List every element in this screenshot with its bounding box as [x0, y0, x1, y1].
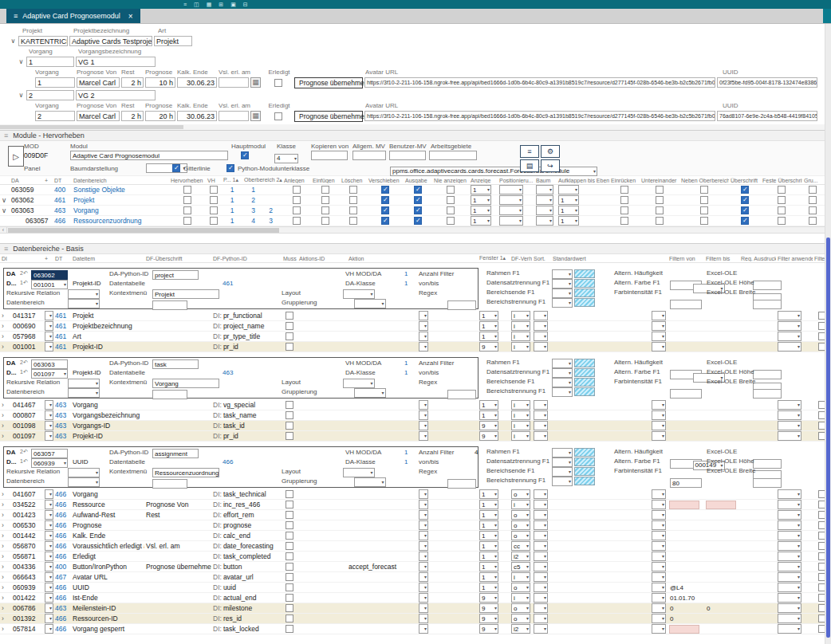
muss-checkbox[interactable] — [286, 563, 293, 571]
positionierung-dropdown[interactable] — [499, 195, 523, 205]
aufklappen-dropdown[interactable]: 1 — [558, 195, 579, 205]
df-python-id[interactable]: DI:task_name — [211, 410, 282, 420]
untereinander-checkbox[interactable] — [656, 217, 664, 225]
col-df-python-id[interactable]: DF-Python-ID — [211, 256, 282, 261]
aktion-dropdown[interactable] — [419, 332, 428, 341]
standardwert-dropdown[interactable] — [652, 500, 666, 509]
aktion-cell[interactable] — [347, 552, 430, 561]
untereinander-checkbox[interactable] — [656, 196, 664, 204]
loeschen-checkbox[interactable] — [349, 206, 357, 214]
prognose-field[interactable]: 20 h — [145, 111, 175, 121]
dateitem[interactable]: Projekt-ID — [71, 342, 144, 351]
df-verhalten-dropdown[interactable]: i — [511, 572, 530, 582]
di-dropdown[interactable] — [45, 342, 53, 351]
data-area-row[interactable]: ∨ 063063 463 Vorgang 1 32 1 1 — [0, 206, 831, 216]
data-item-row[interactable]: › 057814 466 Vorgang gesperrt DI:task_lo… — [0, 624, 831, 634]
df-verhalten-dropdown[interactable]: i — [511, 342, 530, 351]
calendar-icon[interactable]: ▦ — [250, 77, 261, 88]
filter-anwenden-dropdown[interactable] — [778, 421, 801, 430]
hervorheben-checkbox[interactable] — [183, 206, 191, 214]
filter-anwenden-dropdown[interactable] — [778, 510, 801, 520]
standardwert-dropdown[interactable] — [652, 410, 666, 420]
col-gruppe[interactable]: Gru... — [802, 178, 823, 183]
data-item-row[interactable]: › 057968 461 Art DI:pr_type_title 1 i — [0, 332, 831, 342]
einruecken-checkbox[interactable] — [620, 196, 628, 204]
ueberschrift-checkbox[interactable] — [741, 186, 749, 194]
filtern-bis-cell[interactable] — [704, 562, 739, 571]
aktion-cell[interactable] — [347, 603, 430, 613]
task-expander-icon[interactable]: ∨ — [16, 58, 26, 65]
aktions-id-cell[interactable] — [297, 552, 347, 561]
df-verhalten-dropdown[interactable]: c5 — [511, 562, 530, 571]
di-dropdown[interactable] — [45, 421, 53, 430]
data-item-row[interactable]: › 001392 466 Ressourcen-ID DI:res_id 9 o… — [0, 614, 831, 624]
python-modulunterklasse-field[interactable]: ppms.office.adaptivecards.cards.forecast… — [390, 167, 597, 176]
dateitem[interactable]: Voraussichtlich erledigt am — [71, 541, 144, 551]
dateitem[interactable]: Aufwand-Rest — [71, 510, 144, 520]
toolbar-icon[interactable]: ◫ — [194, 2, 199, 7]
filtern-bis-cell[interactable] — [704, 541, 739, 551]
df-ueberschrift[interactable] — [144, 593, 211, 603]
col-einfuegen[interactable]: Einfügen — [311, 178, 340, 183]
einruecken-checkbox[interactable] — [620, 206, 628, 214]
project-id-field[interactable]: KARTENTRICKS — [18, 36, 68, 46]
gruppierung-dropdown[interactable] — [354, 477, 386, 487]
df-verhalten-dropdown[interactable]: o — [511, 583, 530, 592]
col-aktion[interactable]: Aktion — [347, 256, 430, 261]
baum-dropdown[interactable] — [536, 185, 553, 194]
sortierung-dropdown[interactable] — [534, 531, 548, 540]
anlegen-checkbox[interactable] — [293, 196, 301, 204]
reg-ausdruck-cell[interactable] — [739, 311, 776, 320]
muss-checkbox[interactable] — [286, 532, 293, 540]
da-id-field[interactable]: 063062 — [31, 270, 68, 280]
muss-checkbox[interactable] — [286, 490, 293, 498]
df-python-id[interactable]: DI:effort_rem — [211, 510, 282, 520]
aktions-id-cell[interactable] — [297, 583, 347, 592]
row-expander-icon[interactable]: › — [0, 562, 11, 571]
anzeige-dropdown[interactable]: 1 — [471, 195, 491, 205]
rekursive-relation-dropdown[interactable] — [68, 468, 100, 477]
row-expander-icon[interactable]: › — [0, 603, 11, 613]
verschieben-checkbox[interactable] — [381, 217, 389, 225]
col-oberbereich[interactable]: Oberbereich 2▴ — [242, 177, 282, 183]
ueberschrift-checkbox[interactable] — [741, 196, 749, 204]
filtern-bis-cell[interactable] — [704, 531, 739, 540]
filtern-bis-cell[interactable] — [704, 500, 739, 509]
df-ueberschrift[interactable]: Vsl. erl. am — [144, 541, 211, 551]
standardwert-dropdown[interactable] — [652, 520, 666, 530]
project-art-field[interactable]: Projekt — [154, 36, 192, 46]
muss-checkbox[interactable] — [286, 604, 293, 612]
dateitem[interactable]: Ressource — [71, 500, 144, 509]
dateitem[interactable]: UUID — [71, 583, 144, 592]
vertical-scrollbar[interactable] — [825, 24, 831, 644]
standardwert-dropdown[interactable] — [652, 583, 666, 592]
datensatztrennung-pattern-cell[interactable] — [574, 457, 595, 466]
task-name-field[interactable]: VG 2 — [76, 90, 156, 100]
uuid-field[interactable]: 0f23f5be-fd95-004f-8178-132474e8386e — [717, 77, 817, 88]
baum-dropdown[interactable] — [536, 206, 553, 215]
filtern-von-cell[interactable] — [668, 431, 704, 441]
muss-checkbox[interactable] — [286, 312, 293, 320]
df-ueberschrift[interactable] — [144, 614, 211, 623]
scroll-left-arrow[interactable]: ‹ — [0, 227, 7, 233]
einfuegen-checkbox[interactable] — [321, 196, 329, 204]
aktions-id-cell[interactable] — [297, 614, 347, 623]
row-expander-icon[interactable]: › — [0, 342, 11, 351]
data-item-row[interactable]: › 034522 466 Ressource Prognose Von DI:i… — [0, 500, 831, 510]
fenster-dropdown[interactable]: 1 — [479, 583, 498, 592]
kopieren-von-field[interactable] — [311, 151, 348, 160]
sortierung-dropdown[interactable] — [534, 614, 548, 623]
tab-close-icon[interactable]: × — [128, 12, 133, 21]
section-module-header[interactable]: ≡ Module - Hervorheben — [0, 130, 831, 141]
filtern-von-cell[interactable] — [668, 489, 704, 499]
toolbar-icon[interactable]: ▣ — [230, 2, 236, 7]
di-dropdown[interactable] — [45, 489, 53, 499]
df-verhalten-dropdown[interactable]: i — [511, 400, 530, 410]
filter-anwenden-dropdown[interactable] — [778, 583, 801, 592]
df-python-id[interactable]: DI:task_completed — [211, 552, 282, 561]
fenster-dropdown[interactable]: 1 — [479, 562, 498, 571]
muss-checkbox[interactable] — [286, 552, 293, 560]
ausgabe-checkbox[interactable] — [414, 186, 422, 194]
aktions-id-cell[interactable] — [297, 624, 347, 634]
col-plus[interactable]: + — [43, 256, 53, 261]
